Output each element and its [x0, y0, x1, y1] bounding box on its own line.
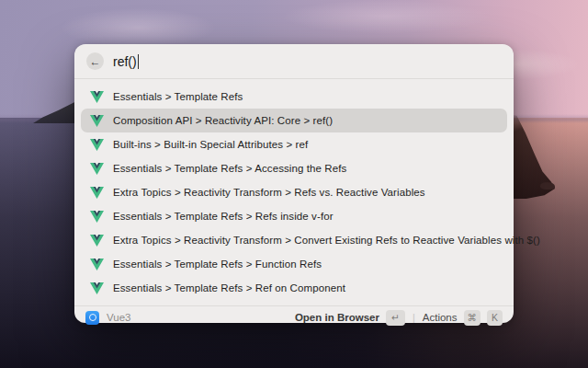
result-label: Essentials > Template Refs > Accessing t… — [113, 163, 346, 174]
search-input[interactable]: ref() — [113, 54, 139, 69]
cmd-keycap: ⌘ — [464, 310, 481, 326]
vue-logo-icon — [90, 259, 104, 270]
result-label: Essentials > Template Refs > Function Re… — [113, 259, 322, 270]
search-query-text: ref() — [113, 54, 137, 69]
vue-logo-icon — [90, 91, 104, 103]
vue3-extension-icon — [85, 311, 99, 325]
result-row[interactable]: Essentials > Template Refs — [81, 85, 507, 109]
vue-logo-icon — [90, 163, 104, 175]
result-row[interactable]: Extra Topics > Reactivity Transform > Re… — [81, 180, 507, 204]
footer-divider: | — [412, 312, 416, 323]
result-label: Composition API > Reactivity API: Core >… — [113, 115, 333, 126]
wallpaper-small-rock — [540, 182, 555, 190]
vue-logo-icon — [90, 282, 104, 294]
result-label: Built-ins > Built-in Special Attributes … — [113, 139, 308, 150]
vue-logo-icon — [90, 235, 104, 247]
enter-keycap: ↵ — [386, 310, 405, 326]
result-row[interactable]: Built-ins > Built-in Special Attributes … — [81, 132, 507, 156]
search-results-list: Essentials > Template RefsComposition AP… — [74, 79, 514, 305]
footer-actions: Open in Browser ↵ | Actions ⌘ K — [295, 310, 503, 326]
search-bar: ← ref() — [74, 44, 514, 79]
result-row[interactable]: Essentials > Template Refs > Refs inside… — [81, 204, 507, 228]
result-row[interactable]: Extra Topics > Reactivity Transform > Co… — [81, 228, 507, 252]
extension-name: Vue3 — [107, 312, 130, 323]
k-keycap: K — [487, 310, 503, 326]
text-cursor — [138, 54, 140, 69]
result-label: Essentials > Template Refs — [113, 91, 243, 102]
footer-bar: Vue3 Open in Browser ↵ | Actions ⌘ K — [74, 305, 514, 328]
result-row[interactable]: Essentials > Template Refs > Function Re… — [81, 252, 507, 276]
result-label: Essentials > Template Refs > Ref on Comp… — [113, 282, 345, 293]
result-label: Extra Topics > Reactivity Transform > Re… — [113, 187, 425, 198]
result-label: Essentials > Template Refs > Refs inside… — [113, 211, 334, 222]
result-row[interactable]: Essentials > Template Refs > Ref on Comp… — [81, 276, 507, 300]
result-row[interactable]: Essentials > Template Refs > Accessing t… — [81, 156, 507, 180]
vue-logo-icon — [90, 187, 104, 199]
back-arrow-icon: ← — [90, 55, 101, 68]
extension-glyph — [89, 314, 96, 321]
vue-logo-icon — [90, 115, 104, 127]
vue-logo-icon — [90, 211, 104, 223]
launcher-window: ← ref() Essentials > Template RefsCompos… — [74, 44, 514, 323]
open-in-browser-button[interactable]: Open in Browser — [295, 312, 379, 323]
result-row[interactable]: Composition API > Reactivity API: Core >… — [81, 109, 507, 132]
vue-logo-icon — [90, 139, 104, 151]
actions-button[interactable]: Actions — [423, 312, 458, 323]
result-label: Extra Topics > Reactivity Transform > Co… — [113, 235, 540, 246]
back-button[interactable]: ← — [86, 52, 104, 70]
